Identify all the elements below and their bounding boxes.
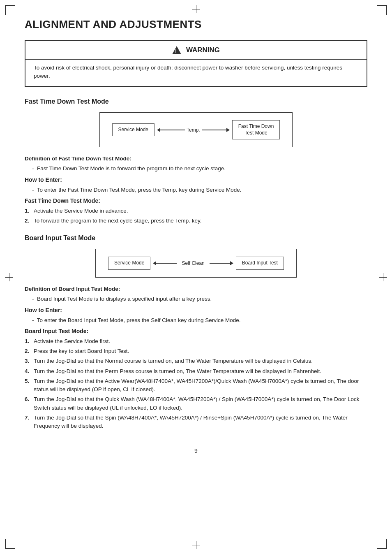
page-title: ALIGNMENT AND ADJUSTMENTS [25, 16, 367, 32]
ftd-line2 [202, 130, 226, 130]
ftd-node2: Fast Time Down Test Mode [232, 120, 280, 139]
crosshair-right [379, 273, 387, 281]
bit-arrowhead-right [230, 261, 233, 265]
warning-label: WARNING [186, 45, 220, 56]
corner-br [377, 539, 387, 549]
bit-subtitle: Board Input Test Mode: [25, 327, 367, 336]
crosshair-top [192, 5, 200, 13]
fast-time-down-diagram: Service Mode Temp. Fast Time Down Test M… [25, 112, 367, 147]
warning-icon [172, 46, 181, 54]
fast-time-down-title: Fast Time Down Test Mode [25, 97, 367, 107]
bit-step-7: 7. Turn the Jog-Dial so that the Spin (W… [25, 414, 367, 431]
corner-bl [5, 539, 15, 549]
ftd-arrow: Temp. [157, 126, 230, 134]
board-input-test-section: Board Input Test Mode Service Mode Self … [25, 233, 367, 430]
bit-node1: Service Mode [108, 257, 150, 270]
ftd-how-to-enter-text: - To enter the Fast Time Down Test Mode,… [25, 186, 367, 194]
ftd-definition-text: - Fast Time Down Test Mode is to forward… [25, 165, 367, 173]
ftd-steps: 1. Activate the Service Mode in advance.… [25, 207, 367, 225]
ftd-line1 [160, 130, 185, 130]
bit-steps: 1. Activate the Service Mode first. 2. P… [25, 337, 367, 431]
ftd-subtitle: Fast Time Down Test Mode: [25, 197, 367, 205]
bit-how-to-enter-header: How to Enter: [25, 306, 367, 315]
ftd-arrowhead-right [226, 128, 230, 132]
warning-box: WARNING To avoid risk of electrical shoc… [25, 40, 367, 87]
board-input-test-title: Board Input Test Mode [25, 233, 367, 243]
ftd-how-to-enter-header: How to Enter: [25, 176, 367, 184]
ftd-definition-header: Definition of Fast Time Down Test Mode: [25, 155, 367, 163]
bit-definition-text: - Board Input Test Mode is to displays a… [25, 295, 367, 303]
ftd-step-1: 1. Activate the Service Mode in advance. [25, 207, 367, 215]
bit-node2: Board Input Test [236, 257, 284, 270]
bit-step-5: 5. Turn the Jog-Dial so that the Active … [25, 377, 367, 394]
corner-tl [5, 5, 15, 15]
bit-step-2: 2. Press the key to start Board Input Te… [25, 347, 367, 355]
bit-step-3: 3. Turn the Jog-Dial so that the Normal … [25, 357, 367, 365]
ftd-arrow-label: Temp. [187, 126, 200, 134]
crosshair-left [5, 273, 13, 281]
bit-arrowhead-left [153, 261, 156, 265]
bit-step-6: 6. Turn the Jog-Dial so that the Quick W… [25, 395, 367, 412]
bit-how-to-enter-text: - To enter the Board Input Test Mode, pr… [25, 316, 367, 325]
bit-definition-header: Definition of Board Input Test Mode: [25, 285, 367, 293]
bit-line2 [210, 263, 230, 264]
bit-arrow-left [153, 261, 177, 265]
ftd-node1: Service Mode [112, 123, 154, 137]
bit-arrow-right [210, 261, 233, 265]
warning-text: To avoid risk of electrical shock, perso… [25, 64, 367, 81]
page-number: 9 [25, 447, 367, 455]
bit-step-4: 4. Turn the Jog-Dial so that the Perm Pr… [25, 367, 367, 376]
bit-line1 [156, 263, 177, 264]
corner-tr [377, 5, 387, 15]
warning-header: WARNING [25, 41, 367, 60]
bit-step-1: 1. Activate the Service Mode first. [25, 337, 367, 345]
fast-time-down-diagram-box: Service Mode Temp. Fast Time Down Test M… [99, 112, 293, 147]
crosshair-bottom [192, 541, 200, 549]
board-input-test-diagram: Service Mode Self Clean Board Input Test [25, 249, 367, 278]
fast-time-down-section: Fast Time Down Test Mode Service Mode Te… [25, 97, 367, 225]
board-input-diagram-box: Service Mode Self Clean Board Input Test [95, 249, 297, 278]
ftd-step-2: 2. To forward the program to the next cy… [25, 217, 367, 225]
ftd-arrowhead-left [157, 128, 160, 132]
bit-arrow-label: Self Clean [182, 260, 204, 267]
